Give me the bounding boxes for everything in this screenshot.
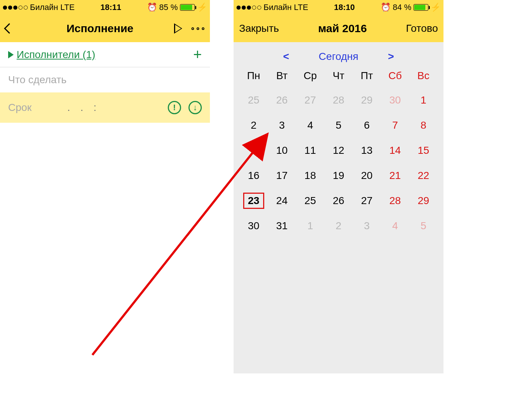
calendar-day[interactable]: 12 [325, 142, 352, 159]
calendar-day[interactable]: 2 [325, 218, 352, 234]
calendar-day[interactable]: 27 [297, 92, 324, 108]
battery-percent: 84 % [393, 3, 411, 12]
add-executor-button[interactable]: + [193, 46, 202, 63]
calendar-day[interactable]: 14 [382, 142, 409, 159]
calendar-day[interactable]: 6 [353, 117, 380, 133]
calendar-day[interactable]: 4 [297, 117, 324, 133]
calendar-day[interactable]: 9 [240, 142, 267, 159]
calendar-day[interactable]: 19 [325, 167, 352, 184]
play-icon[interactable] [174, 23, 182, 34]
calendar-day[interactable]: 30 [382, 92, 409, 108]
calendar-day[interactable]: 8 [410, 117, 437, 133]
calendar-day[interactable]: 26 [325, 193, 352, 209]
calendar-day[interactable]: 24 [269, 193, 296, 209]
chevron-left-icon [4, 23, 14, 34]
calendar-grid: ПнВтСрЧтПтСбВс25262728293012345678910111… [240, 70, 437, 234]
executors-row[interactable]: Исполнители (1) + [0, 42, 210, 67]
left-phone: Билайн LTE 18:11 ⏰ 85 % ⚡ Исполнение Исп… [0, 0, 210, 373]
dow-header: Пн [240, 70, 267, 83]
network-label: LTE [294, 3, 308, 12]
calendar-day[interactable]: 2 [240, 117, 267, 133]
calendar-day[interactable]: 30 [240, 218, 267, 234]
charging-icon: ⚡ [197, 3, 207, 12]
charging-icon: ⚡ [431, 3, 441, 12]
dow-header: Ср [297, 70, 324, 83]
priority-button[interactable]: ! [168, 101, 181, 114]
calendar-day[interactable]: 7 [382, 117, 409, 133]
done-button[interactable]: Готово [406, 23, 438, 34]
what-to-do-input[interactable]: Что сделать [0, 67, 210, 92]
carrier-label: Билайн [264, 3, 292, 12]
executors-label: Исполнители (1) [17, 49, 95, 61]
nav-bar: Закрыть май 2016 Готово [234, 15, 443, 42]
next-month-button[interactable]: > [388, 51, 394, 62]
alarm-icon: ⏰ [147, 3, 157, 12]
calendar-day[interactable]: 15 [410, 142, 437, 159]
calendar-day[interactable]: 1 [410, 92, 437, 108]
deadline-bar: Срок . . : ! ↓ [0, 92, 210, 123]
today-nav: < Сегодня > [240, 48, 437, 70]
calendar-day[interactable]: 10 [269, 142, 296, 159]
battery-icon [414, 4, 428, 11]
prev-month-button[interactable]: < [283, 51, 289, 62]
month-title: май 2016 [279, 22, 406, 35]
calendar-day[interactable]: 20 [353, 167, 380, 184]
calendar-day[interactable]: 25 [297, 193, 324, 209]
right-phone: Билайн LTE 18:10 ⏰ 84 % ⚡ Закрыть май 20… [234, 0, 443, 373]
triangle-right-icon [8, 51, 14, 58]
signal-icon [3, 6, 28, 10]
battery-percent: 85 % [159, 3, 178, 12]
carrier-label: Билайн [30, 3, 58, 12]
clock-label: 18:10 [334, 3, 355, 12]
calendar-day[interactable]: 28 [325, 92, 352, 108]
calendar-body: < Сегодня > ПнВтСрЧтПтСбВс25262728293012… [234, 42, 443, 373]
nav-bar: Исполнение [0, 15, 210, 42]
calendar-day[interactable]: 23 [243, 193, 264, 209]
dow-header: Чт [325, 70, 352, 83]
calendar-day[interactable]: 29 [410, 193, 437, 209]
clock-label: 18:11 [101, 3, 121, 12]
deadline-input[interactable]: . . : [67, 102, 168, 114]
battery-icon [180, 4, 195, 11]
calendar-day[interactable]: 5 [325, 117, 352, 133]
alarm-icon: ⏰ [381, 3, 391, 12]
calendar-day[interactable]: 28 [382, 193, 409, 209]
calendar-day[interactable]: 1 [297, 218, 324, 234]
page-title: Исполнение [26, 22, 174, 35]
today-button[interactable]: Сегодня [319, 51, 358, 62]
calendar-day[interactable]: 3 [269, 117, 296, 133]
signal-icon [237, 6, 261, 10]
status-bar: Билайн LTE 18:10 ⏰ 84 % ⚡ [234, 0, 443, 15]
download-button[interactable]: ↓ [188, 101, 202, 114]
calendar-day[interactable]: 11 [297, 142, 324, 159]
calendar-day[interactable]: 25 [240, 92, 267, 108]
calendar-day[interactable]: 16 [240, 167, 267, 184]
status-bar: Билайн LTE 18:11 ⏰ 85 % ⚡ [0, 0, 210, 15]
calendar-day[interactable]: 5 [410, 218, 437, 234]
calendar-day[interactable]: 4 [382, 218, 409, 234]
calendar-day[interactable]: 26 [269, 92, 296, 108]
calendar-day[interactable]: 29 [353, 92, 380, 108]
calendar-day[interactable]: 17 [269, 167, 296, 184]
more-button[interactable] [191, 27, 204, 30]
dow-header: Вс [410, 70, 437, 83]
network-label: LTE [60, 3, 75, 12]
calendar-day[interactable]: 3 [353, 218, 380, 234]
dow-header: Пт [353, 70, 380, 83]
calendar-day[interactable]: 22 [410, 167, 437, 184]
back-button[interactable] [6, 25, 26, 32]
calendar-day[interactable]: 18 [297, 167, 324, 184]
deadline-label: Срок [8, 102, 67, 114]
dow-header: Сб [382, 70, 409, 83]
dow-header: Вт [269, 70, 296, 83]
calendar-day[interactable]: 27 [353, 193, 380, 209]
calendar-day[interactable]: 21 [382, 167, 409, 184]
calendar-day[interactable]: 31 [269, 218, 296, 234]
close-button[interactable]: Закрыть [239, 23, 279, 34]
calendar-day[interactable]: 13 [353, 142, 380, 159]
